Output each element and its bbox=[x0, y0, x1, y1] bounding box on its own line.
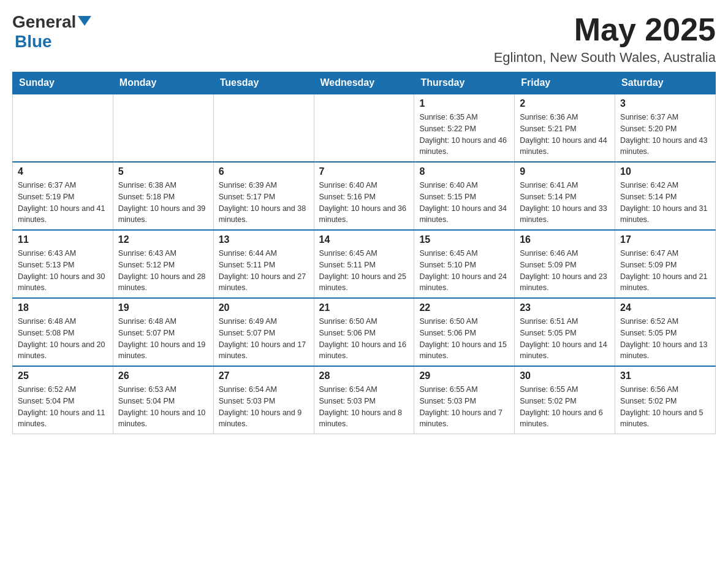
logo: General Blue bbox=[12, 12, 91, 52]
day-number: 8 bbox=[419, 166, 509, 177]
weekday-header-thursday: Thursday bbox=[414, 72, 515, 94]
calendar-cell bbox=[213, 94, 314, 162]
day-number: 28 bbox=[319, 370, 409, 381]
day-info: Sunrise: 6:43 AMSunset: 5:13 PMDaylight:… bbox=[18, 248, 108, 294]
day-number: 4 bbox=[18, 166, 108, 177]
calendar-cell: 18Sunrise: 6:48 AMSunset: 5:08 PMDayligh… bbox=[13, 298, 113, 366]
calendar-cell bbox=[113, 94, 213, 162]
day-number: 30 bbox=[520, 370, 610, 381]
day-info: Sunrise: 6:54 AMSunset: 5:03 PMDaylight:… bbox=[319, 384, 409, 430]
weekday-header-friday: Friday bbox=[515, 72, 615, 94]
weekday-header-saturday: Saturday bbox=[615, 72, 716, 94]
day-number: 16 bbox=[520, 234, 610, 245]
calendar-cell: 12Sunrise: 6:43 AMSunset: 5:12 PMDayligh… bbox=[113, 230, 213, 298]
day-number: 2 bbox=[520, 98, 610, 109]
calendar-cell: 8Sunrise: 6:40 AMSunset: 5:15 PMDaylight… bbox=[414, 162, 515, 230]
calendar-cell: 2Sunrise: 6:36 AMSunset: 5:21 PMDaylight… bbox=[515, 94, 615, 162]
day-number: 31 bbox=[620, 370, 710, 381]
day-number: 7 bbox=[319, 166, 409, 177]
calendar-cell bbox=[314, 94, 414, 162]
day-info: Sunrise: 6:49 AMSunset: 5:07 PMDaylight:… bbox=[219, 316, 309, 362]
day-number: 10 bbox=[620, 166, 710, 177]
day-number: 15 bbox=[419, 234, 509, 245]
calendar-cell: 6Sunrise: 6:39 AMSunset: 5:17 PMDaylight… bbox=[213, 162, 314, 230]
day-info: Sunrise: 6:36 AMSunset: 5:21 PMDaylight:… bbox=[520, 112, 610, 158]
day-info: Sunrise: 6:46 AMSunset: 5:09 PMDaylight:… bbox=[520, 248, 610, 294]
day-info: Sunrise: 6:45 AMSunset: 5:10 PMDaylight:… bbox=[419, 248, 509, 294]
calendar-cell: 5Sunrise: 6:38 AMSunset: 5:18 PMDaylight… bbox=[113, 162, 213, 230]
day-info: Sunrise: 6:35 AMSunset: 5:22 PMDaylight:… bbox=[419, 112, 509, 158]
logo-general-text: General bbox=[12, 12, 76, 32]
calendar-cell: 24Sunrise: 6:52 AMSunset: 5:05 PMDayligh… bbox=[615, 298, 716, 366]
day-number: 18 bbox=[18, 302, 108, 313]
day-info: Sunrise: 6:38 AMSunset: 5:18 PMDaylight:… bbox=[118, 180, 208, 226]
calendar-cell: 21Sunrise: 6:50 AMSunset: 5:06 PMDayligh… bbox=[314, 298, 414, 366]
day-number: 20 bbox=[219, 302, 309, 313]
logo-blue-text: Blue bbox=[15, 32, 52, 52]
day-info: Sunrise: 6:45 AMSunset: 5:11 PMDaylight:… bbox=[319, 248, 409, 294]
day-number: 5 bbox=[118, 166, 208, 177]
calendar-week-row: 18Sunrise: 6:48 AMSunset: 5:08 PMDayligh… bbox=[13, 298, 716, 366]
calendar-cell: 23Sunrise: 6:51 AMSunset: 5:05 PMDayligh… bbox=[515, 298, 615, 366]
weekday-header-wednesday: Wednesday bbox=[314, 72, 414, 94]
logo-triangle bbox=[78, 16, 91, 26]
calendar-cell: 17Sunrise: 6:47 AMSunset: 5:09 PMDayligh… bbox=[615, 230, 716, 298]
day-info: Sunrise: 6:40 AMSunset: 5:16 PMDaylight:… bbox=[319, 180, 409, 226]
day-info: Sunrise: 6:55 AMSunset: 5:02 PMDaylight:… bbox=[520, 384, 610, 430]
day-info: Sunrise: 6:42 AMSunset: 5:14 PMDaylight:… bbox=[620, 180, 710, 226]
day-info: Sunrise: 6:48 AMSunset: 5:08 PMDaylight:… bbox=[18, 316, 108, 362]
day-info: Sunrise: 6:37 AMSunset: 5:19 PMDaylight:… bbox=[18, 180, 108, 226]
day-info: Sunrise: 6:52 AMSunset: 5:04 PMDaylight:… bbox=[18, 384, 108, 430]
calendar-cell: 14Sunrise: 6:45 AMSunset: 5:11 PMDayligh… bbox=[314, 230, 414, 298]
calendar-cell: 28Sunrise: 6:54 AMSunset: 5:03 PMDayligh… bbox=[314, 366, 414, 434]
day-info: Sunrise: 6:39 AMSunset: 5:17 PMDaylight:… bbox=[219, 180, 309, 226]
day-number: 25 bbox=[18, 370, 108, 381]
calendar-cell: 20Sunrise: 6:49 AMSunset: 5:07 PMDayligh… bbox=[213, 298, 314, 366]
calendar-cell: 15Sunrise: 6:45 AMSunset: 5:10 PMDayligh… bbox=[414, 230, 515, 298]
weekday-header-tuesday: Tuesday bbox=[213, 72, 314, 94]
day-number: 6 bbox=[219, 166, 309, 177]
calendar-cell: 30Sunrise: 6:55 AMSunset: 5:02 PMDayligh… bbox=[515, 366, 615, 434]
day-number: 26 bbox=[118, 370, 208, 381]
weekday-header-sunday: Sunday bbox=[13, 72, 113, 94]
calendar-cell: 22Sunrise: 6:50 AMSunset: 5:06 PMDayligh… bbox=[414, 298, 515, 366]
day-number: 24 bbox=[620, 302, 710, 313]
calendar-cell: 29Sunrise: 6:55 AMSunset: 5:03 PMDayligh… bbox=[414, 366, 515, 434]
day-info: Sunrise: 6:50 AMSunset: 5:06 PMDaylight:… bbox=[419, 316, 509, 362]
calendar-cell bbox=[13, 94, 113, 162]
day-info: Sunrise: 6:52 AMSunset: 5:05 PMDaylight:… bbox=[620, 316, 710, 362]
day-number: 17 bbox=[620, 234, 710, 245]
day-info: Sunrise: 6:41 AMSunset: 5:14 PMDaylight:… bbox=[520, 180, 610, 226]
day-info: Sunrise: 6:55 AMSunset: 5:03 PMDaylight:… bbox=[419, 384, 509, 430]
calendar-cell: 25Sunrise: 6:52 AMSunset: 5:04 PMDayligh… bbox=[13, 366, 113, 434]
day-number: 13 bbox=[219, 234, 309, 245]
weekday-header-row: SundayMondayTuesdayWednesdayThursdayFrid… bbox=[13, 72, 716, 94]
day-number: 9 bbox=[520, 166, 610, 177]
month-year-heading: May 2025 bbox=[494, 12, 716, 47]
calendar-cell: 27Sunrise: 6:54 AMSunset: 5:03 PMDayligh… bbox=[213, 366, 314, 434]
calendar-week-row: 25Sunrise: 6:52 AMSunset: 5:04 PMDayligh… bbox=[13, 366, 716, 434]
calendar-cell: 10Sunrise: 6:42 AMSunset: 5:14 PMDayligh… bbox=[615, 162, 716, 230]
weekday-header-monday: Monday bbox=[113, 72, 213, 94]
title-block: May 2025 Eglinton, New South Wales, Aust… bbox=[494, 12, 716, 66]
calendar-cell: 31Sunrise: 6:56 AMSunset: 5:02 PMDayligh… bbox=[615, 366, 716, 434]
calendar-cell: 11Sunrise: 6:43 AMSunset: 5:13 PMDayligh… bbox=[13, 230, 113, 298]
calendar-cell: 26Sunrise: 6:53 AMSunset: 5:04 PMDayligh… bbox=[113, 366, 213, 434]
day-number: 14 bbox=[319, 234, 409, 245]
location-text: Eglinton, New South Wales, Australia bbox=[494, 50, 716, 66]
calendar-cell: 13Sunrise: 6:44 AMSunset: 5:11 PMDayligh… bbox=[213, 230, 314, 298]
calendar-week-row: 4Sunrise: 6:37 AMSunset: 5:19 PMDaylight… bbox=[13, 162, 716, 230]
day-info: Sunrise: 6:48 AMSunset: 5:07 PMDaylight:… bbox=[118, 316, 208, 362]
day-number: 11 bbox=[18, 234, 108, 245]
day-info: Sunrise: 6:53 AMSunset: 5:04 PMDaylight:… bbox=[118, 384, 208, 430]
calendar-cell: 7Sunrise: 6:40 AMSunset: 5:16 PMDaylight… bbox=[314, 162, 414, 230]
day-number: 12 bbox=[118, 234, 208, 245]
day-info: Sunrise: 6:47 AMSunset: 5:09 PMDaylight:… bbox=[620, 248, 710, 294]
calendar-week-row: 1Sunrise: 6:35 AMSunset: 5:22 PMDaylight… bbox=[13, 94, 716, 162]
day-number: 27 bbox=[219, 370, 309, 381]
page-header: General Blue May 2025 Eglinton, New Sout… bbox=[12, 12, 716, 66]
calendar-cell: 19Sunrise: 6:48 AMSunset: 5:07 PMDayligh… bbox=[113, 298, 213, 366]
day-number: 22 bbox=[419, 302, 509, 313]
day-info: Sunrise: 6:54 AMSunset: 5:03 PMDaylight:… bbox=[219, 384, 309, 430]
day-info: Sunrise: 6:51 AMSunset: 5:05 PMDaylight:… bbox=[520, 316, 610, 362]
